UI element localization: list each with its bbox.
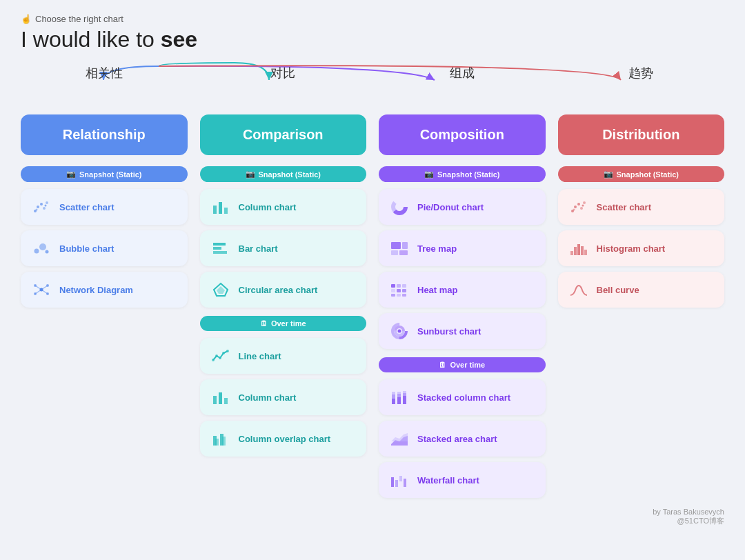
svg-rect-51 <box>402 289 406 292</box>
chart-item-bubble[interactable]: Bubble chart <box>21 230 188 266</box>
svg-point-30 <box>222 352 225 354</box>
svg-point-7 <box>34 249 39 254</box>
svg-point-79 <box>583 201 586 204</box>
svg-rect-83 <box>574 247 577 255</box>
donut-chart-icon <box>388 197 410 217</box>
column-chart-icon2 <box>210 388 232 407</box>
svg-point-31 <box>226 350 229 352</box>
svg-rect-65 <box>397 392 401 394</box>
chart-item-overlap[interactable]: Column overlap chart <box>200 421 367 457</box>
svg-point-3 <box>43 207 46 210</box>
waterfall-icon <box>388 470 410 490</box>
camera-icon-comp: 📷 <box>246 170 255 179</box>
chart-item-heatmap[interactable]: Heat map <box>379 272 546 308</box>
svg-point-4 <box>46 201 48 204</box>
bubble-icon <box>30 239 52 258</box>
chart-item-histogram[interactable]: Histogram chart <box>558 230 725 266</box>
clock-icon-comp: 🗓 <box>260 319 268 328</box>
svg-rect-54 <box>402 294 406 297</box>
cn-label-relationship: 相关性 <box>21 65 188 81</box>
main-title: I would like to see <box>21 27 724 52</box>
chart-item-treemap[interactable]: Tree map <box>379 230 546 266</box>
camera-icon-dist: 📷 <box>604 170 613 179</box>
svg-rect-38 <box>222 437 226 446</box>
svg-point-5 <box>36 209 38 211</box>
heatmap-icon <box>388 280 410 299</box>
chart-item-donut[interactable]: Pie/Donut chart <box>379 189 546 225</box>
svg-rect-50 <box>397 289 401 292</box>
chart-item-circular[interactable]: Circular area chart <box>200 272 367 308</box>
chart-item-stacked-col[interactable]: Stacked column chart <box>379 379 546 415</box>
badge-relationship-static: 📷 Snapshot (Static) <box>21 166 188 182</box>
chart-item-network[interactable]: Network Diagram <box>21 272 188 308</box>
stacked-col-icon <box>388 388 410 407</box>
svg-rect-63 <box>397 397 401 404</box>
line-chart-icon <box>210 346 232 366</box>
header: ☝️ Choose the right chart I would like t… <box>21 14 724 52</box>
stacked-area-icon <box>388 429 410 448</box>
svg-rect-84 <box>577 244 580 255</box>
svg-rect-74 <box>404 479 406 487</box>
chart-item-line[interactable]: Line chart <box>200 338 367 374</box>
svg-rect-52 <box>391 294 395 297</box>
chart-item-column-comp2[interactable]: Column chart <box>200 379 367 415</box>
svg-rect-32 <box>213 396 217 404</box>
chart-item-waterfall[interactable]: Waterfall chart <box>379 462 546 498</box>
chart-item-scatter-dist[interactable]: Scatter chart <box>558 189 725 225</box>
svg-rect-62 <box>392 392 395 394</box>
chart-item-column-comp[interactable]: Column chart <box>200 189 367 225</box>
chart-item-stacked-area[interactable]: Stacked area chart <box>379 421 546 457</box>
column-composition: Composition 📷 Snapshot (Static) Pie/Donu… <box>379 114 546 498</box>
camera-icon-composition: 📷 <box>424 170 434 179</box>
svg-point-78 <box>580 207 583 210</box>
svg-line-15 <box>35 286 41 290</box>
footer-credit: by Taras Bakusevych @51CTO博客 <box>21 508 724 526</box>
svg-rect-46 <box>391 284 395 288</box>
svg-rect-71 <box>391 477 394 487</box>
badge-comparison-static: 📷 Snapshot (Static) <box>200 166 367 182</box>
chart-item-scatter-rel[interactable]: Scatter chart <box>21 189 188 225</box>
col-header-composition: Composition <box>379 114 546 155</box>
svg-rect-60 <box>392 399 395 404</box>
sunburst-icon <box>388 321 410 341</box>
column-distribution: Distribution 📷 Snapshot (Static) Scatter… <box>558 114 725 308</box>
chart-item-bell[interactable]: Bell curve <box>558 272 725 308</box>
badge-composition-static: 📷 Snapshot (Static) <box>379 166 546 182</box>
svg-point-41 <box>396 203 404 211</box>
chart-item-bar[interactable]: Bar chart <box>200 230 367 266</box>
chart-item-sunburst[interactable]: Sunburst chart <box>379 313 546 349</box>
svg-rect-19 <box>213 206 217 214</box>
pointer-icon: ☝️ <box>21 14 32 24</box>
svg-rect-48 <box>402 284 406 288</box>
svg-rect-33 <box>219 392 222 404</box>
svg-rect-49 <box>391 289 395 292</box>
svg-rect-64 <box>397 394 401 397</box>
svg-rect-73 <box>399 476 402 481</box>
badge-composition-overtime: 🗓 Over time <box>379 357 546 372</box>
cn-label-comparison: 对比 <box>200 65 367 81</box>
chart-columns: Relationship 📷 Snapshot (Static) Scatter… <box>21 114 724 498</box>
svg-point-81 <box>582 205 584 207</box>
svg-rect-82 <box>570 251 573 255</box>
choose-label: ☝️ Choose the right chart <box>21 14 724 24</box>
svg-point-80 <box>573 209 575 211</box>
svg-rect-24 <box>213 251 227 254</box>
column-relationship: Relationship 📷 Snapshot (Static) Scatter… <box>21 114 188 308</box>
svg-rect-45 <box>399 250 408 255</box>
svg-line-16 <box>41 286 48 290</box>
svg-rect-42 <box>391 242 401 249</box>
col-header-distribution: Distribution <box>558 114 725 155</box>
svg-rect-20 <box>219 202 222 214</box>
svg-point-2 <box>40 203 43 206</box>
svg-rect-72 <box>395 480 398 487</box>
badge-distribution-static: 📷 Snapshot (Static) <box>558 166 725 182</box>
bell-curve-icon <box>568 280 590 299</box>
treemap-icon <box>388 239 410 258</box>
svg-point-6 <box>45 205 47 207</box>
svg-rect-43 <box>402 242 408 249</box>
svg-point-28 <box>215 354 218 357</box>
svg-point-77 <box>577 203 580 206</box>
svg-point-1 <box>37 206 39 208</box>
chinese-labels-row: 相关性 对比 组成 趋势 <box>21 65 724 81</box>
svg-point-59 <box>398 330 401 333</box>
